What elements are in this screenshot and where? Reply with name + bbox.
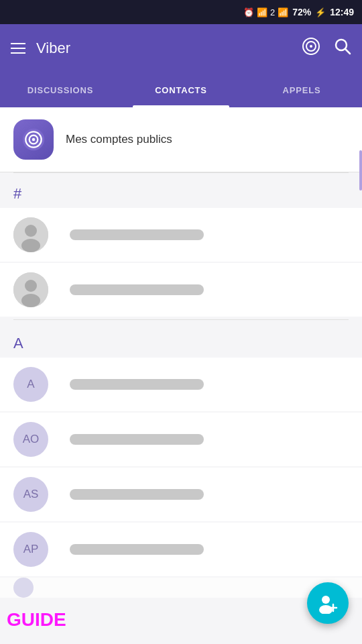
public-accounts-label: Mes comptes publics bbox=[66, 133, 172, 146]
contact-row-hash-2[interactable] bbox=[0, 263, 362, 317]
svg-point-8 bbox=[32, 138, 36, 142]
svg-point-11 bbox=[21, 239, 40, 252]
avatar-a-2: AO bbox=[13, 422, 48, 457]
public-accounts-item[interactable]: Mes comptes publics bbox=[0, 107, 362, 172]
avatar-a-5 bbox=[13, 578, 34, 598]
group-letter-hash: # bbox=[13, 185, 35, 203]
svg-point-13 bbox=[25, 280, 37, 292]
avatar-a-4: AP bbox=[13, 532, 48, 567]
app-header: Viber bbox=[0, 24, 362, 72]
avatar-letter-a-2: AO bbox=[23, 433, 40, 446]
contact-row-a-2[interactable]: AO bbox=[0, 413, 362, 466]
person-icon-hash-2 bbox=[13, 272, 48, 307]
header-right bbox=[302, 37, 351, 60]
name-placeholder-a-4 bbox=[70, 544, 204, 555]
name-placeholder-a-3 bbox=[70, 489, 204, 500]
search-button[interactable] bbox=[334, 38, 351, 60]
contact-row-a-4[interactable]: AP bbox=[0, 523, 362, 576]
contact-group-hash: # bbox=[0, 173, 362, 317]
contact-row-a-1[interactable]: A bbox=[0, 358, 362, 411]
avatar-letter-a-1: A bbox=[27, 378, 34, 391]
name-placeholder-hash-2 bbox=[70, 284, 204, 295]
person-icon-hash-1 bbox=[13, 217, 48, 252]
contacts-content: Mes comptes publics # bbox=[0, 107, 362, 644]
viber-public-icon[interactable] bbox=[302, 37, 320, 60]
contact-row-hash-1[interactable] bbox=[0, 208, 362, 262]
contact-row-a-5[interactable] bbox=[0, 578, 362, 598]
svg-point-2 bbox=[310, 45, 312, 48]
avatar-a-3: AS bbox=[13, 477, 48, 512]
add-contact-fab[interactable] bbox=[307, 582, 349, 624]
avatar-hash-2 bbox=[13, 272, 48, 307]
name-placeholder-a-2 bbox=[70, 434, 204, 445]
public-accounts-icon bbox=[13, 119, 54, 160]
avatar-letter-a-4: AP bbox=[23, 543, 39, 556]
alarm-icon: ⏰ bbox=[243, 7, 254, 17]
tab-appels[interactable]: APPELS bbox=[241, 72, 362, 107]
status-icons: ⏰ 📶 2 📶 bbox=[243, 7, 288, 17]
tab-contacts[interactable]: CONTACTS bbox=[121, 72, 241, 107]
menu-button[interactable] bbox=[11, 43, 25, 54]
svg-point-14 bbox=[21, 294, 40, 307]
svg-point-10 bbox=[25, 225, 37, 237]
status-time: 72% bbox=[292, 7, 311, 17]
app-title: Viber bbox=[36, 40, 70, 57]
guide-watermark: GUIDE bbox=[7, 609, 66, 631]
scroll-thumb bbox=[359, 150, 362, 191]
signal-icon: 📶 bbox=[278, 7, 288, 17]
tab-discussions[interactable]: DISCUSSIONS bbox=[0, 72, 121, 107]
group-letter-a: A bbox=[13, 335, 35, 352]
contact-row-a-3[interactable]: AS bbox=[0, 468, 362, 521]
clock: 12:49 bbox=[330, 7, 354, 17]
viber-logo-icon bbox=[21, 127, 46, 152]
svg-point-16 bbox=[319, 605, 333, 614]
navigation-tabs: DISCUSSIONS CONTACTS APPELS bbox=[0, 72, 362, 107]
wifi-icon: 📶 bbox=[257, 7, 267, 17]
avatar-hash-1 bbox=[13, 217, 48, 252]
section-divider-2 bbox=[13, 319, 349, 320]
avatar-a-1: A bbox=[13, 367, 48, 402]
svg-point-15 bbox=[322, 596, 330, 604]
search-icon bbox=[334, 38, 351, 55]
status-bar: ⏰ 📶 2 📶 72% ⚡ 12:49 bbox=[0, 0, 362, 24]
svg-line-4 bbox=[345, 49, 350, 54]
header-left: Viber bbox=[11, 40, 70, 57]
name-placeholder-hash-1 bbox=[70, 229, 204, 240]
contact-group-a: A A AO AS AP bbox=[0, 323, 362, 598]
add-person-icon bbox=[317, 592, 339, 614]
viber-circle-icon bbox=[302, 37, 320, 56]
name-placeholder-a-1 bbox=[70, 379, 204, 390]
sim-icon: 2 bbox=[270, 7, 275, 17]
battery-icon: ⚡ bbox=[315, 7, 326, 17]
avatar-letter-a-3: AS bbox=[23, 488, 39, 501]
scroll-indicator bbox=[359, 107, 362, 644]
